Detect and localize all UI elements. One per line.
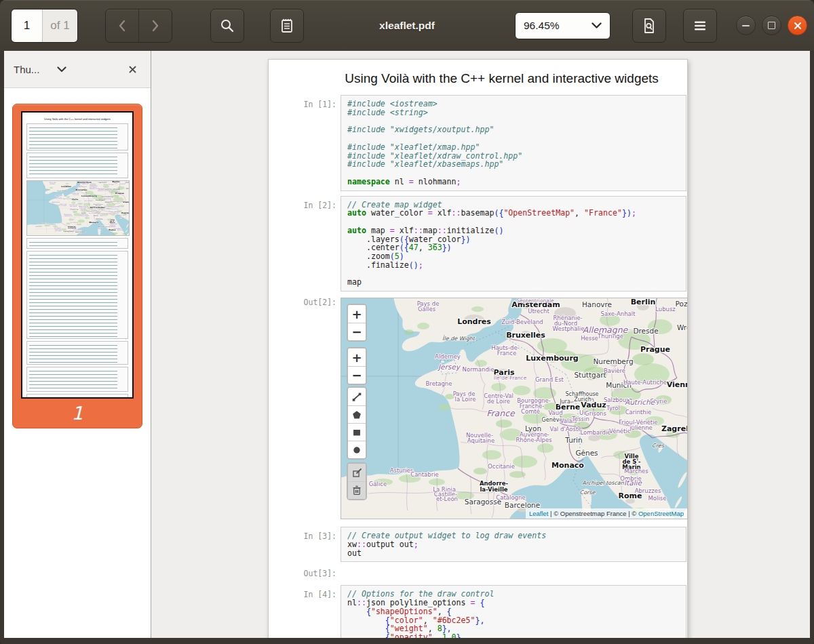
search-button[interactable] — [210, 9, 244, 43]
annotations-button[interactable] — [270, 9, 304, 43]
sidebar-close-button[interactable] — [123, 60, 141, 78]
notebook-cell-out2: Out[2]: — [269, 298, 687, 519]
map-label: Zurich — [574, 397, 592, 403]
zoom-in-button[interactable]: + — [348, 348, 366, 366]
code-block: // Options for the draw controlnl::json … — [341, 585, 686, 638]
map-label: Hanovre — [582, 300, 612, 308]
input-prompt: In [3]: — [269, 527, 336, 562]
map-label: Septentrionale — [516, 298, 554, 304]
map-label: Archipel toscan — [582, 480, 625, 486]
map-label: Allemagne — [583, 325, 629, 335]
notebook-cell-in3: In [3]: // Create output widget to log d… — [269, 527, 687, 562]
thumbnail-title-text: Using Voilà with the C++ kernel and inte… — [26, 117, 128, 121]
output-prompt: Out[3]: — [269, 569, 336, 578]
map-label: de Loire — [487, 398, 510, 405]
leaflet-map-widget[interactable]: AmsterdamBerlinLondresBruxellesPragueLux… — [341, 298, 688, 519]
thumbnail-list: Using Voilà with the C++ kernel and inte… — [4, 88, 151, 638]
zoom-out-button[interactable]: − — [348, 366, 366, 384]
map-label: Île de Wight — [442, 335, 476, 342]
draw-polyline-button[interactable] — [348, 388, 366, 405]
zoom-control-1: + − — [347, 304, 367, 342]
map-label: Haute-Autriche — [623, 379, 667, 386]
polygon-icon — [351, 409, 363, 421]
zoom-level-select[interactable]: 96.45% — [515, 12, 610, 39]
map-label: Nuremberg — [593, 357, 633, 365]
map-label: Lubusz — [655, 306, 676, 313]
thumbnail-code-block — [26, 153, 128, 178]
notebook-cell-in2: In [2]: // Create map widgetauto water_c… — [269, 196, 687, 292]
chevron-left-icon — [118, 20, 126, 32]
map-label: Tyrol — [606, 405, 620, 411]
thumbnail-page-1-selected[interactable]: Using Voilà with the C++ kernel and inte… — [12, 104, 142, 428]
rectangle-icon — [351, 426, 363, 439]
map-label: Rhône-Alpes — [516, 437, 552, 443]
map-label: Jersey — [437, 363, 461, 371]
minimize-button[interactable] — [736, 16, 756, 35]
map-label: Gênes — [575, 449, 598, 457]
menu-button[interactable] — [683, 9, 717, 43]
map-label: Molise — [648, 495, 667, 502]
map-label: Abruzzes — [635, 487, 661, 494]
previous-page-button[interactable] — [106, 9, 138, 42]
map-label: France — [497, 350, 516, 357]
thumbnail-code-block — [26, 367, 128, 392]
titlebar: 1 of 1 — [0, 0, 814, 51]
map-label: Autriche — [625, 398, 656, 406]
document-properties-button[interactable] — [632, 9, 666, 43]
map-label: Carinthie — [625, 409, 652, 416]
map-label: Grand Est — [535, 376, 564, 383]
thumbnails-sidebar: Thu... Using Voilà with the C++ kernel a… — [4, 51, 151, 638]
delete-layers-button[interactable] — [348, 481, 366, 499]
map-label: Prague — [640, 345, 670, 354]
edit-layers-button[interactable] — [348, 464, 366, 481]
openstreetmap-link[interactable]: OpenStreetMap — [638, 510, 684, 517]
draw-rectangle-button[interactable] — [348, 423, 366, 441]
map-label: Londres — [457, 317, 491, 326]
map-label: Galice — [369, 481, 387, 487]
close-button[interactable] — [788, 16, 807, 35]
close-icon — [129, 66, 136, 73]
draw-circle-button[interactable] — [348, 441, 366, 458]
map-label: Aquitaine — [467, 437, 495, 444]
map-label: Alderney — [435, 353, 461, 360]
zoom-in-button[interactable]: + — [348, 305, 366, 323]
trash-icon — [351, 485, 362, 496]
sidebar-panel-dropdown[interactable] — [57, 63, 66, 75]
map-label: Galles — [418, 306, 436, 313]
pdf-page: Using Voilà with the C++ kernel and inte… — [268, 59, 688, 638]
polyline-icon — [351, 390, 363, 403]
sidebar-header: Thu... — [4, 51, 151, 88]
chevron-down-icon — [592, 22, 602, 28]
map-label: Marches — [624, 468, 648, 475]
map-label: Tessin — [571, 416, 589, 422]
chevron-right-icon — [151, 20, 159, 32]
openstreetmap-basemap[interactable]: AmsterdamBerlinLondresBruxellesPragueLux… — [341, 298, 687, 519]
map-label: julienne — [629, 424, 653, 431]
map-label: France — [486, 408, 516, 418]
zoom-out-button[interactable]: − — [348, 323, 366, 340]
code-block: #include <iostream>#include <string> #in… — [341, 95, 686, 191]
map-label: Luxembourg — [526, 354, 578, 363]
chevron-down-icon — [57, 66, 66, 73]
edit-icon — [351, 467, 363, 479]
map-label: Bruxelles — [506, 331, 545, 340]
draw-polygon-button[interactable] — [348, 405, 366, 423]
map-label: Vienne — [667, 380, 687, 389]
input-prompt: In [1]: — [269, 95, 336, 191]
thumbnail-page-number: 1 — [71, 403, 83, 424]
zoom-level-value: 96.45% — [524, 20, 560, 32]
leaflet-link[interactable]: Leaflet — [529, 510, 549, 517]
code-block: // Create output widget to log draw even… — [341, 527, 686, 562]
map-label: Vénétie — [609, 428, 631, 435]
map-label: Jura — [559, 399, 570, 405]
page-number-input[interactable]: 1 — [12, 9, 43, 42]
thumbnail-code-block — [26, 251, 128, 339]
next-page-button[interactable] — [138, 9, 172, 42]
map-label: Turin — [564, 436, 582, 444]
notepad-icon — [279, 18, 294, 34]
map-label: Bretagne — [426, 380, 452, 387]
document-canvas[interactable]: Using Voilà with the C++ kernel and inte… — [151, 51, 810, 638]
maximize-button[interactable] — [762, 16, 781, 35]
page-navigation — [105, 9, 172, 43]
thumbnail-code-block — [26, 341, 128, 365]
